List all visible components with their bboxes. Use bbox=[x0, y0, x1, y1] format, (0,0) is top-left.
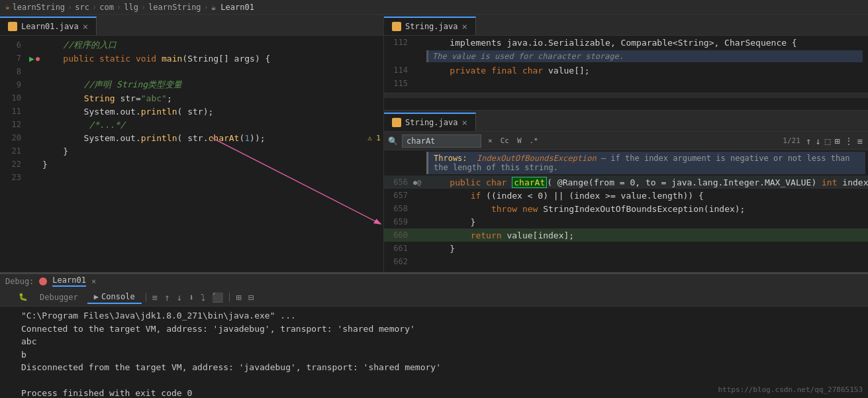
tab-string-bottom-label: String.java bbox=[405, 118, 458, 127]
toolbar-btn-step[interactable]: ⤵ bbox=[199, 292, 207, 303]
tab-string-top-close[interactable]: × bbox=[461, 21, 467, 32]
right-top-code-area[interactable]: 112 implements java.io.Serializable, Com… bbox=[384, 36, 868, 110]
console-line-out-2: abc bbox=[21, 335, 863, 348]
left-code-area[interactable]: 6 //程序的入口 7 ▶ ● public static void main(… bbox=[0, 36, 383, 272]
toolbar-sep bbox=[146, 293, 146, 302]
code-line-10: 10 String str="abc"; bbox=[0, 91, 383, 105]
left-panel: Learn01.java × 6 //程序的入口 7 ▶ ● bbox=[0, 15, 384, 272]
bug-icon[interactable]: 🐛 bbox=[19, 293, 28, 301]
breadcrumb: ☕ learnString › src › com › llg › learnS… bbox=[0, 0, 868, 15]
left-tab-bar: Learn01.java × bbox=[0, 15, 383, 36]
breadcrumb-sep: › bbox=[68, 3, 72, 12]
right-code-line-115: 115 bbox=[384, 77, 868, 90]
debug-tab-close[interactable]: × bbox=[91, 277, 96, 286]
csdn-url[interactable]: https://blog.csdn.net/qq_27865153 bbox=[718, 385, 863, 396]
string-file-icon-top bbox=[392, 22, 401, 31]
code-line-8: 8 bbox=[0, 65, 383, 78]
run-icon[interactable]: ▶ bbox=[29, 54, 34, 64]
toolbar-btn-up[interactable]: ↑ bbox=[162, 292, 171, 303]
right-code-line-114: 114 private final char value[]; bbox=[384, 64, 868, 77]
code-line-22: 22 } bbox=[0, 158, 383, 171]
code-line-9: 9 //声明 String类型变量 bbox=[0, 78, 383, 91]
console-tab-icon: ▶ bbox=[94, 292, 99, 301]
search-tools: × Cc W .* bbox=[485, 136, 541, 146]
close-search-button[interactable]: × bbox=[485, 136, 495, 146]
editor-area: Learn01.java × 6 //程序的入口 7 ▶ ● bbox=[0, 15, 868, 272]
tab-string-top-label: String.java bbox=[405, 22, 458, 31]
console-line-out-1: Connected to the target VM, address: 'ja… bbox=[21, 323, 863, 336]
search-close-button[interactable]: ≡ bbox=[856, 136, 864, 146]
console-line-out-3: b bbox=[21, 348, 863, 362]
right-top-panel: String.java × 112 implements java.io.Ser… bbox=[384, 15, 868, 111]
breadcrumb-item[interactable]: learnString bbox=[13, 3, 65, 12]
debug-tab-label[interactable]: Learn01 bbox=[52, 275, 86, 287]
code-line-7: 7 ▶ ● public static void main(String[] a… bbox=[0, 52, 383, 65]
search-icon: 🔍 bbox=[388, 136, 398, 146]
toolbar-btn-grid2[interactable]: ⊟ bbox=[246, 292, 256, 303]
breadcrumb-item[interactable]: src bbox=[75, 3, 89, 12]
debugger-tab-label: Debugger bbox=[40, 293, 78, 302]
console-tab-label: Console bbox=[101, 292, 135, 301]
search-prev-button[interactable]: ↑ bbox=[804, 136, 812, 146]
right-bottom-tab-bar: String.java × bbox=[384, 111, 868, 132]
tab-close-button[interactable]: × bbox=[83, 21, 88, 32]
toolbar-btn-down[interactable]: ↓ bbox=[174, 292, 183, 303]
search-count: 1/21 bbox=[783, 136, 800, 145]
match-case-button[interactable]: Cc bbox=[498, 136, 512, 146]
whole-word-button[interactable]: W bbox=[514, 136, 524, 146]
debug-icon bbox=[39, 277, 47, 285]
left-side-panel: 🐛 bbox=[19, 293, 28, 301]
tab-label: Learn01.java bbox=[21, 22, 79, 31]
code-line-21: 21 } bbox=[0, 144, 383, 158]
tab-string-top[interactable]: String.java × bbox=[384, 17, 476, 35]
search-nav: ↑ ↓ ⬚ ⊞ ⋮ ≡ bbox=[804, 136, 864, 146]
right-code-line-659: 659 } bbox=[384, 215, 868, 228]
breadcrumb-item[interactable]: learnString bbox=[148, 3, 201, 12]
right-code-line-112: 112 implements java.io.Serializable, Com… bbox=[384, 36, 868, 49]
console-line-out-4: Disconnected from the target VM, address… bbox=[21, 361, 863, 374]
right-panel: String.java × 112 implements java.io.Ser… bbox=[384, 15, 868, 272]
string-file-icon-bottom bbox=[392, 118, 401, 127]
breadcrumb-item[interactable]: llg bbox=[124, 3, 138, 12]
console-tab[interactable]: ▶ Console bbox=[87, 291, 142, 304]
code-line-12: 12 /*...*/ bbox=[0, 118, 383, 131]
search-expand-button[interactable]: ⊞ bbox=[833, 136, 841, 146]
breakpoint-icon[interactable]: ● bbox=[36, 55, 40, 62]
debugger-tab[interactable]: Debugger bbox=[33, 291, 85, 303]
right-code-line-662: 662 bbox=[384, 255, 868, 268]
code-line-11: 11 System.out.println( str); bbox=[0, 105, 383, 118]
search-wrap-button[interactable]: ⬚ bbox=[824, 136, 832, 146]
right-code-line-658: 658 throw new StringIndexOutOfBoundsExce… bbox=[384, 202, 868, 215]
right-code-line-661: 661 } bbox=[384, 242, 868, 255]
code-line-23: 23 bbox=[0, 171, 383, 184]
toolbar-btn-1[interactable]: ≡ bbox=[150, 292, 160, 303]
search-next-button[interactable]: ↓ bbox=[814, 136, 822, 146]
breadcrumb-item[interactable]: com bbox=[99, 3, 114, 12]
right-code-line-656: 656 ●@ public char charAt( @Range(from =… bbox=[384, 175, 868, 189]
search-input[interactable] bbox=[402, 134, 481, 148]
tab-string-bottom-close[interactable]: × bbox=[461, 117, 467, 128]
java-file-icon bbox=[8, 22, 17, 31]
right-bottom-code-area[interactable]: Throws: IndexOutOfBoundsException – if t… bbox=[384, 150, 868, 272]
console-content: "C:\Program Files\Java\jdk1.8.0_271\bin\… bbox=[16, 307, 868, 398]
toolbar-btn-grid1[interactable]: ⊞ bbox=[234, 292, 243, 303]
bottom-panel: Debug: Learn01 × 🐛 Debugger ▶ Console ≡ … bbox=[0, 272, 868, 398]
toolbar-btn-down2[interactable]: ⬇ bbox=[187, 292, 196, 303]
right-bottom-panel: String.java × 🔍 × Cc W .* 1/21 ↑ ↓ ⬚ bbox=[384, 111, 868, 272]
code-line-6: 6 //程序的入口 bbox=[0, 38, 383, 52]
right-top-tab-bar: String.java × bbox=[384, 15, 868, 36]
right-top-scrollbar[interactable] bbox=[384, 93, 868, 98]
console-line-cmd: "C:\Program Files\Java\jdk1.8.0_271\bin\… bbox=[21, 309, 863, 323]
debug-label: Debug: bbox=[5, 277, 34, 286]
code-line-20: 20 System.out.println( str.charAt(1)); ⚠… bbox=[0, 131, 383, 144]
breadcrumb-item[interactable]: ☕ Learn01 bbox=[211, 3, 254, 12]
throws-info: Throws: IndexOutOfBoundsException – if t… bbox=[426, 152, 865, 174]
regex-button[interactable]: .* bbox=[527, 136, 541, 146]
breadcrumb-icon: ☕ bbox=[5, 3, 10, 11]
tab-string-bottom[interactable]: String.java × bbox=[384, 113, 476, 131]
console-toolbar: 🐛 Debugger ▶ Console ≡ ↑ ↓ ⬇ ⤵ ⬛ ⊞ ⊟ bbox=[0, 288, 868, 307]
toolbar-btn-stop[interactable]: ⬛ bbox=[210, 292, 225, 303]
tab-learn01[interactable]: Learn01.java × bbox=[0, 17, 97, 35]
left-code-content: 6 //程序的入口 7 ▶ ● public static void main(… bbox=[0, 36, 383, 187]
search-more-button[interactable]: ⋮ bbox=[843, 136, 855, 146]
